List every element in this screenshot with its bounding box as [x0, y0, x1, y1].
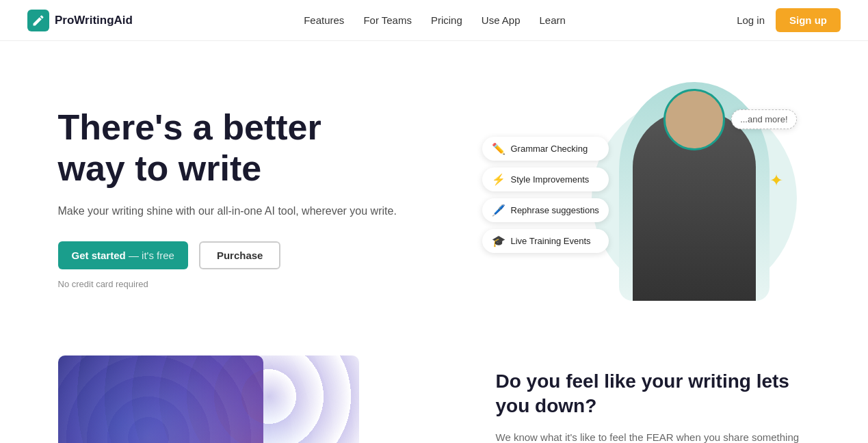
feature-chip: 🎓Live Training Events: [482, 229, 609, 253]
login-button[interactable]: Log in: [737, 14, 765, 26]
hero-note: No credit card required: [58, 279, 397, 289]
brand-logo-link[interactable]: ProWritingAid: [27, 10, 133, 31]
hero-title: There's a better way to write: [58, 107, 397, 189]
chip-icon: ⚡: [492, 173, 505, 186]
feature-chips: ✏️Grammar Checking⚡Style Improvements🖊️R…: [482, 137, 609, 253]
nav-teams[interactable]: For Teams: [363, 14, 412, 26]
nav-links: FeaturesFor TeamsPricingUse AppLearn: [304, 14, 566, 26]
brand-name: ProWritingAid: [55, 14, 133, 27]
chip-icon: 🎓: [492, 234, 505, 247]
hero-person-body: [633, 109, 756, 301]
navbar: ProWritingAid FeaturesFor TeamsPricingUs…: [0, 0, 868, 41]
hero-subtitle: Make your writing shine with our all-in-…: [58, 203, 397, 219]
purchase-button[interactable]: Purchase: [199, 241, 281, 269]
feature-chip: 🖊️Rephrase suggestions: [482, 198, 609, 222]
hero-person-head: [663, 89, 725, 150]
section2-images: My idea in my head: [58, 355, 359, 443]
chip-label: Style Improvements: [511, 174, 590, 185]
hero-section: There's a better way to write Make your …: [3, 41, 865, 342]
hero-illustration: ✏️Grammar Checking⚡Style Improvements🖊️R…: [482, 82, 811, 314]
nav-features[interactable]: Features: [304, 14, 344, 26]
feature-chip: ⚡Style Improvements: [482, 167, 609, 191]
chip-label: Live Training Events: [511, 236, 591, 246]
chip-label: Grammar Checking: [511, 144, 588, 154]
section2-title: Do you feel like your writing lets you d…: [496, 369, 811, 419]
chip-label: Rephrase suggestions: [511, 205, 599, 215]
chip-icon: 🖊️: [492, 204, 505, 217]
section2: My idea in my head Do you feel like your…: [3, 342, 865, 443]
section2-text: Do you feel like your writing lets you d…: [496, 369, 811, 443]
chip-icon: ✏️: [492, 142, 505, 155]
hero-left: There's a better way to write Make your …: [58, 107, 397, 289]
feature-chip: ✏️Grammar Checking: [482, 137, 609, 161]
signup-button[interactable]: Sign up: [776, 8, 841, 32]
nav-use-app[interactable]: Use App: [482, 14, 521, 26]
nav-pricing[interactable]: Pricing: [431, 14, 462, 26]
nav-actions: Log in Sign up: [737, 8, 841, 32]
section2-body: We know what it's like to feel the FEAR …: [496, 429, 811, 443]
more-badge: ...and more!: [731, 109, 796, 129]
hero-buttons: Get started — it's free Purchase: [58, 241, 397, 269]
get-started-button[interactable]: Get started — it's free: [58, 241, 188, 269]
sparkle-icon: ✦: [770, 171, 783, 190]
nav-learn[interactable]: Learn: [540, 14, 566, 26]
logo-icon: [27, 10, 49, 31]
